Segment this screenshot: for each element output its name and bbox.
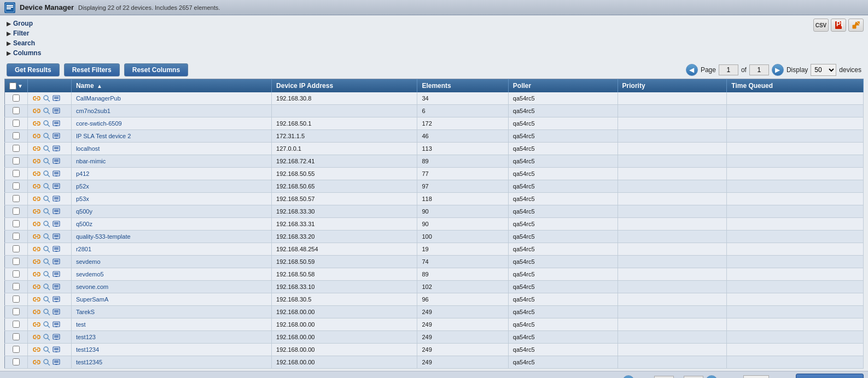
device-icon[interactable]: [52, 345, 61, 354]
search-icon[interactable]: [42, 295, 51, 304]
device-icon[interactable]: [52, 270, 61, 279]
row-checkbox[interactable]: [13, 107, 20, 114]
get-results-button[interactable]: Get Results: [7, 63, 60, 76]
search-icon[interactable]: [42, 132, 51, 140]
search-icon[interactable]: [42, 220, 51, 228]
row-checkbox[interactable]: [13, 308, 20, 315]
share-button[interactable]: [848, 19, 864, 32]
link-icon[interactable]: [32, 220, 41, 228]
link-icon[interactable]: [32, 295, 41, 304]
device-icon[interactable]: [52, 94, 61, 103]
search-icon[interactable]: [42, 245, 51, 253]
link-icon[interactable]: [32, 345, 41, 354]
search-icon[interactable]: [42, 194, 51, 203]
row-checkbox[interactable]: [13, 245, 20, 252]
device-icon[interactable]: [52, 107, 61, 115]
search-icon[interactable]: [42, 358, 51, 367]
prev-page-top[interactable]: ◀: [686, 64, 698, 76]
row-checkbox[interactable]: [13, 258, 20, 265]
device-icon[interactable]: [52, 220, 61, 228]
link-icon[interactable]: [32, 333, 41, 341]
col-timequeued[interactable]: Time Queued: [727, 79, 864, 93]
search-icon[interactable]: [42, 182, 51, 191]
device-icon[interactable]: [52, 257, 61, 266]
device-icon[interactable]: [52, 358, 61, 367]
col-ip[interactable]: Device IP Address: [272, 79, 417, 93]
device-icon[interactable]: [52, 232, 61, 241]
device-icon[interactable]: [52, 182, 61, 191]
search-icon[interactable]: [42, 270, 51, 279]
row-checkbox[interactable]: [13, 220, 20, 227]
search-icon[interactable]: [42, 345, 51, 354]
link-icon[interactable]: [32, 245, 41, 253]
device-icon[interactable]: [52, 169, 61, 178]
columns-filter[interactable]: ▶ Columns: [7, 48, 861, 58]
row-checkbox[interactable]: [13, 157, 20, 164]
search-icon[interactable]: [42, 94, 51, 103]
display-select-top[interactable]: 50 25 100: [811, 64, 836, 76]
col-elements[interactable]: Elements: [417, 79, 508, 93]
search-icon[interactable]: [42, 207, 51, 216]
col-priority[interactable]: Priority: [617, 79, 727, 93]
link-icon[interactable]: [32, 320, 41, 329]
display-devices-button[interactable]: Display devices: [796, 374, 864, 378]
device-icon[interactable]: [52, 119, 61, 128]
row-checkbox[interactable]: [13, 270, 20, 277]
link-icon[interactable]: [32, 282, 41, 291]
pdf-button[interactable]: PDF: [831, 19, 846, 32]
row-checkbox[interactable]: [13, 120, 20, 127]
col-poller[interactable]: Poller: [508, 79, 617, 93]
group-filter[interactable]: ▶ Group: [7, 19, 861, 28]
search-icon[interactable]: [42, 257, 51, 266]
search-icon[interactable]: [42, 157, 51, 166]
device-icon[interactable]: [52, 157, 61, 166]
search-icon[interactable]: [42, 308, 51, 316]
link-icon[interactable]: [32, 182, 41, 191]
filter-filter[interactable]: ▶ Filter: [7, 28, 861, 38]
link-icon[interactable]: [32, 107, 41, 115]
search-icon[interactable]: [42, 144, 51, 153]
row-checkbox[interactable]: [13, 321, 20, 328]
page-input-bottom[interactable]: [654, 376, 674, 378]
device-icon[interactable]: [52, 132, 61, 140]
device-icon[interactable]: [52, 320, 61, 329]
row-checkbox[interactable]: [13, 333, 20, 340]
device-icon[interactable]: [52, 308, 61, 316]
link-icon[interactable]: [32, 132, 41, 140]
link-icon[interactable]: [32, 358, 41, 367]
search-icon[interactable]: [42, 169, 51, 178]
csv-button[interactable]: CSV: [813, 19, 829, 32]
next-page-bottom[interactable]: ▶: [706, 375, 718, 378]
select-all-icon[interactable]: ▼: [18, 83, 23, 89]
reset-filters-button[interactable]: Reset Filters: [64, 63, 120, 76]
search-icon[interactable]: [42, 282, 51, 291]
row-checkbox[interactable]: [13, 346, 20, 353]
prev-page-bottom[interactable]: ◀: [622, 375, 634, 378]
link-icon[interactable]: [32, 232, 41, 241]
search-icon[interactable]: [42, 232, 51, 241]
device-icon[interactable]: [52, 282, 61, 291]
link-icon[interactable]: [32, 270, 41, 279]
link-icon[interactable]: [32, 169, 41, 178]
link-icon[interactable]: [32, 119, 41, 128]
link-icon[interactable]: [32, 257, 41, 266]
page-input-top[interactable]: [719, 64, 738, 75]
total-pages-bottom[interactable]: [684, 376, 703, 378]
row-checkbox[interactable]: [13, 145, 20, 152]
link-icon[interactable]: [32, 308, 41, 316]
row-checkbox[interactable]: [13, 208, 20, 215]
row-checkbox[interactable]: [13, 94, 20, 102]
link-icon[interactable]: [32, 194, 41, 203]
display-select-bottom[interactable]: 50 25 100: [743, 375, 769, 378]
next-page-top[interactable]: ▶: [772, 64, 784, 76]
search-icon[interactable]: [42, 119, 51, 128]
device-icon[interactable]: [52, 245, 61, 253]
total-pages-top[interactable]: [749, 64, 769, 75]
device-icon[interactable]: [52, 144, 61, 153]
link-icon[interactable]: [32, 144, 41, 153]
row-checkbox[interactable]: [13, 132, 20, 139]
search-filter[interactable]: ▶ Search: [7, 38, 861, 48]
search-icon[interactable]: [42, 333, 51, 341]
col-name[interactable]: Name ▲: [71, 79, 271, 93]
device-icon[interactable]: [52, 333, 61, 341]
